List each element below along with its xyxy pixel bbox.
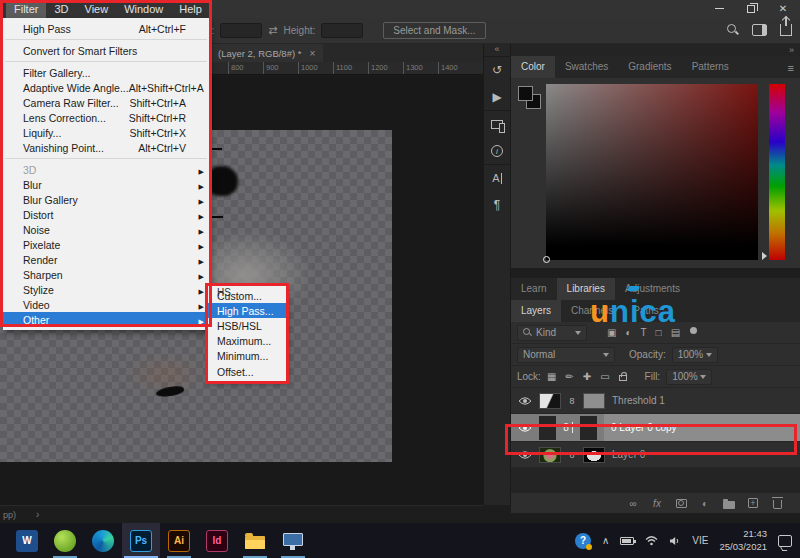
submenu-item[interactable]: Minimum... (208, 349, 286, 364)
filter-menu-item[interactable]: Lens Correction... Shift+Ctrl+R (3, 110, 209, 125)
submenu-item[interactable]: HSB/HSL (208, 318, 286, 333)
layer-name[interactable]: Layer 0 (612, 449, 645, 460)
filter-menu-item[interactable]: Video (3, 297, 209, 312)
panel-tab[interactable]: Color (511, 56, 555, 78)
close-button[interactable]: ✕ (770, 1, 796, 16)
minimize-button[interactable] (706, 1, 732, 16)
tab-close-icon[interactable]: × (309, 48, 315, 59)
filter-menu-item[interactable]: Render (3, 252, 209, 267)
visibility-eye-icon[interactable] (517, 396, 532, 406)
workspace-icon[interactable] (752, 24, 767, 36)
delete-layer-icon[interactable] (773, 500, 782, 509)
wifi-icon[interactable] (645, 535, 658, 546)
filter-menu-item[interactable]: Pixelate (3, 237, 209, 252)
taskbar-photoshop[interactable]: Ps (122, 523, 160, 558)
blend-mode-dropdown[interactable]: Normal (517, 347, 615, 363)
filter-menu-item[interactable]: Vanishing Point... Alt+Ctrl+V (3, 140, 209, 155)
taskbar-this-pc[interactable] (274, 523, 312, 558)
taskbar-clock[interactable]: 21:43 25/03/2021 (719, 528, 767, 554)
add-mask-icon[interactable] (676, 499, 687, 508)
expand-panels-button[interactable]: » (789, 45, 794, 55)
hue-marker[interactable] (762, 252, 767, 260)
volume-icon[interactable] (669, 536, 681, 546)
layer-mask-thumbnail[interactable] (583, 393, 605, 409)
filter-menu-item[interactable]: Liquify... Shift+Ctrl+X (3, 125, 209, 140)
fill-dropdown[interactable]: 100% (666, 369, 712, 385)
taskbar-coccoc[interactable] (46, 523, 84, 558)
threshold-adjustment-thumbnail[interactable] (539, 393, 561, 409)
taskbar-word[interactable]: W (8, 523, 46, 558)
height-field[interactable] (321, 23, 363, 38)
filter-menu-item[interactable]: Stylize (3, 282, 209, 297)
panel-tab[interactable]: Learn (511, 278, 557, 300)
layer-row-layer0[interactable]: 8 Layer 0 (511, 442, 800, 468)
menubar-item[interactable]: Window (116, 0, 171, 18)
history-icon[interactable]: ↺ (489, 62, 505, 78)
layer-mask-thumbnail[interactable] (583, 447, 605, 463)
taskbar-indesign[interactable]: Id (198, 523, 236, 558)
layer-row-selected[interactable]: 8 0 Layer 0 copy (511, 414, 800, 442)
action-center-icon[interactable] (778, 535, 792, 547)
share-icon[interactable] (780, 24, 792, 36)
filter-menu-item[interactable]: 3D (3, 162, 209, 177)
taskbar-edge[interactable] (84, 523, 122, 558)
saturation-brightness-field[interactable] (546, 84, 758, 260)
search-icon[interactable] (726, 23, 739, 36)
taskbar-explorer[interactable] (236, 523, 274, 558)
menubar-item[interactable]: 3D (46, 0, 76, 18)
filter-menu-item[interactable]: Noise (3, 222, 209, 237)
device-preview-icon[interactable] (489, 116, 505, 132)
foreground-background-swatches[interactable] (518, 86, 544, 112)
restore-button[interactable] (738, 1, 764, 16)
foreground-color-swatch[interactable] (518, 86, 533, 101)
lock-transparent-pixels-icon[interactable]: ▦ (547, 371, 556, 382)
menubar-item[interactable]: View (77, 0, 117, 18)
layer-name[interactable]: 0 Layer 0 copy (611, 422, 677, 433)
lock-image-pixels-icon[interactable]: ✏ (565, 371, 573, 382)
panel-tab[interactable]: Layers (511, 300, 561, 322)
hidden-icons-chevron[interactable]: ∧ (602, 535, 609, 546)
actions-icon[interactable]: ▶ (489, 89, 505, 105)
filter-menu-item[interactable]: Blur Gallery (3, 192, 209, 207)
filter-menu-item[interactable] (3, 155, 209, 162)
lock-position-icon[interactable]: ✚ (583, 371, 591, 382)
document-tab[interactable]: (Layer 2, RGB/8#) * × (210, 44, 323, 62)
submenu-item[interactable]: High Pass... (208, 303, 286, 318)
filter-toggle-icon[interactable] (690, 327, 697, 334)
help-tray-icon[interactable]: ? (575, 533, 591, 549)
layer-style-icon[interactable]: fx (650, 497, 664, 510)
submenu-item[interactable]: Offset... (208, 364, 286, 379)
battery-icon[interactable] (620, 537, 634, 545)
filter-menu-item[interactable]: Blur (3, 177, 209, 192)
filter-menu-item[interactable]: Convert for Smart Filters (3, 43, 209, 58)
info-icon[interactable]: i (489, 143, 505, 159)
filter-menu-item[interactable]: Camera Raw Filter... Shift+Ctrl+A (3, 95, 209, 110)
filter-menu-item[interactable] (3, 58, 209, 65)
filter-menu-item[interactable]: Sharpen (3, 267, 209, 282)
link-layers-icon[interactable]: ∞ (626, 497, 640, 510)
adjustment-layer-icon[interactable]: ◐ (698, 497, 712, 510)
status-chevron-icon[interactable]: › (36, 509, 39, 520)
new-layer-icon[interactable]: + (748, 498, 758, 508)
panel-tab[interactable]: Gradients (618, 56, 681, 78)
width-field[interactable] (220, 23, 262, 38)
paragraph-panel-icon[interactable]: ¶ (489, 197, 505, 213)
filter-menu-item[interactable]: High Pass Alt+Ctrl+F (3, 21, 209, 36)
panel-tab[interactable]: Swatches (555, 56, 618, 78)
filter-menu-item[interactable] (3, 36, 209, 43)
swap-dimensions-icon[interactable]: ⇄ (268, 24, 277, 37)
language-indicator[interactable]: VIE (692, 535, 708, 546)
lock-artboard-icon[interactable]: ▭ (600, 371, 609, 382)
select-and-mask-button[interactable]: Select and Mask... (383, 22, 485, 39)
layer-image-thumbnail[interactable] (539, 447, 561, 463)
panel-menu-icon[interactable]: ≡ (788, 62, 794, 74)
filter-menu-item[interactable]: Filter Gallery... (3, 65, 209, 80)
character-panel-icon[interactable]: A (489, 170, 505, 186)
layer-name[interactable]: Threshold 1 (612, 395, 665, 406)
color-cursor[interactable] (543, 256, 550, 263)
collapse-panels-button[interactable]: « (484, 44, 510, 56)
visibility-eye-icon[interactable] (517, 423, 532, 433)
filter-menu-item[interactable]: Distort (3, 207, 209, 222)
layer-row-threshold[interactable]: 8 Threshold 1 (511, 388, 800, 414)
panel-tab[interactable]: Patterns (682, 56, 739, 78)
